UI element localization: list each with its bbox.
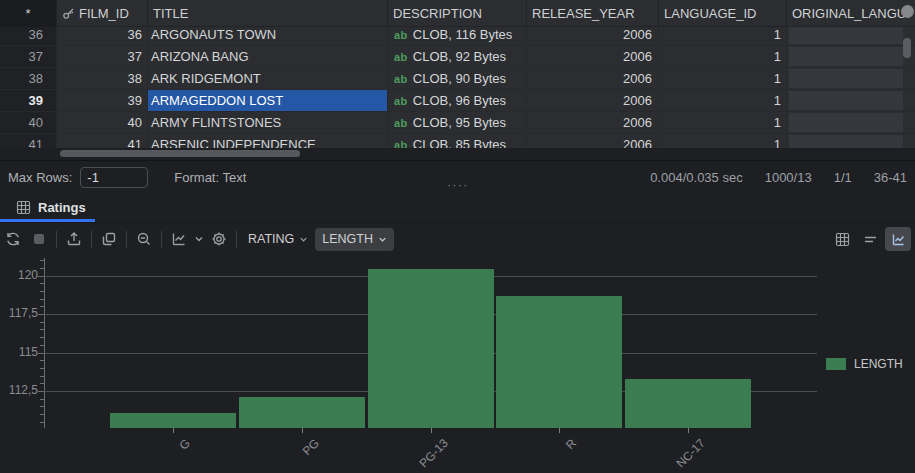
cell-film-id[interactable]: 37 (57, 46, 148, 68)
cell-language-id[interactable]: 1 (659, 27, 787, 46)
unloaded-value-placeholder (789, 27, 903, 44)
column-header-film-id[interactable]: FILM_ID (57, 0, 148, 27)
y-axis-minor-tick (40, 376, 44, 377)
export-button[interactable] (61, 227, 87, 251)
unloaded-value-placeholder (789, 135, 903, 148)
grid-body: 3636ARGONAUTS TOWNabCLOB, 116 Bytes20061… (0, 27, 915, 148)
cell-original-language[interactable] (787, 46, 915, 68)
cell-language-id[interactable]: 1 (659, 46, 787, 68)
x-axis-dropdown-label: RATING (248, 232, 294, 246)
cell-description[interactable]: abCLOB, 96 Bytes (388, 90, 527, 112)
cell-title[interactable]: ARIZONA BANG (148, 46, 388, 68)
bar-g[interactable] (110, 413, 236, 428)
cell-language-id[interactable]: 1 (659, 112, 787, 134)
cell-film-id[interactable]: 38 (57, 68, 148, 90)
y-axis-minor-tick (40, 329, 44, 330)
table-row[interactable]: 4040ARMY FLINTSTONESabCLOB, 95 Bytes2006… (0, 112, 915, 134)
chart-settings-button[interactable] (206, 227, 232, 251)
cell-description[interactable]: abCLOB, 90 Bytes (388, 68, 527, 90)
y-axis-line (44, 258, 45, 428)
cell-title[interactable]: ARMAGEDDON LOST (148, 90, 388, 112)
cell-original-language[interactable] (787, 68, 915, 90)
splitter-handle[interactable]: ···· (447, 177, 468, 192)
cell-original-language[interactable] (787, 27, 915, 46)
cell-language-id[interactable]: 1 (659, 90, 787, 112)
grid-options-button[interactable] (901, 5, 914, 18)
cell-original-language[interactable] (787, 90, 915, 112)
table-row[interactable]: 3838ARK RIDGEMONTabCLOB, 90 Bytes20061 (0, 68, 915, 90)
cell-release-year[interactable]: 2006 (527, 27, 659, 46)
row-number: 36 (0, 27, 57, 46)
cell-release-year[interactable]: 2006 (527, 68, 659, 90)
cell-film-id[interactable]: 36 (57, 27, 148, 46)
max-rows-input[interactable] (80, 167, 148, 188)
cell-title[interactable]: ARSENIC INDEPENDENCE (148, 134, 388, 148)
stop-button[interactable] (26, 227, 52, 251)
bar-nc-17[interactable] (625, 379, 751, 428)
bar-pg-13[interactable] (368, 269, 494, 428)
unloaded-value-placeholder (789, 91, 903, 110)
y-axis-minor-tick (40, 399, 44, 400)
cell-language-id[interactable]: 1 (659, 68, 787, 90)
table-row[interactable]: 3636ARGONAUTS TOWNabCLOB, 116 Bytes20061 (0, 27, 915, 46)
legend-label: LENGTH (854, 357, 903, 371)
column-header-title[interactable]: TITLE (148, 0, 388, 27)
cell-language-id[interactable]: 1 (659, 134, 787, 148)
copy-button[interactable] (96, 227, 122, 251)
toolbar-separator (236, 231, 237, 248)
column-header-release-year[interactable]: RELEASE_YEAR (527, 0, 659, 27)
tab-ratings[interactable]: Ratings (0, 193, 102, 222)
bar-pg[interactable] (239, 397, 365, 428)
y-axis-dropdown[interactable]: LENGTH (315, 228, 394, 251)
cell-release-year[interactable]: 2006 (527, 46, 659, 68)
chevron-down-icon (378, 235, 387, 244)
column-header-original-language[interactable]: ORIGINAL_LANGU (787, 0, 915, 27)
tab-ratings-label: Ratings (38, 200, 86, 215)
x-axis-dropdown[interactable]: RATING (241, 228, 315, 251)
y-axis-tick-label: 117,5 (0, 306, 38, 320)
chart-legend[interactable]: LENGTH (826, 357, 903, 371)
max-rows-label: Max Rows: (8, 170, 72, 185)
cell-film-id[interactable]: 40 (57, 112, 148, 134)
table-row[interactable]: 3939ARMAGEDDON LOSTabCLOB, 96 Bytes20061 (0, 90, 915, 112)
bar-r[interactable] (496, 296, 622, 428)
table-icon (16, 200, 31, 215)
cell-release-year[interactable]: 2006 (527, 112, 659, 134)
table-view-button[interactable] (829, 227, 855, 251)
cell-description[interactable]: abCLOB, 116 Bytes (388, 27, 527, 46)
visible-range: 36-41 (874, 170, 907, 185)
refresh-button[interactable] (0, 227, 26, 251)
cell-original-language[interactable] (787, 112, 915, 134)
cell-description[interactable]: abCLOB, 85 Bytes (388, 134, 527, 148)
y-axis-major-tick (38, 276, 44, 277)
chart-view-button[interactable] (885, 227, 911, 251)
status-bar-right: 0.004/0.035 sec 1000/13 1/1 36-41 (650, 170, 915, 185)
column-header-language-id[interactable]: LANGUAGE_ID (659, 0, 787, 27)
cell-original-language[interactable] (787, 134, 915, 148)
table-row[interactable]: 4141ARSENIC INDEPENDENCEabCLOB, 85 Bytes… (0, 134, 915, 148)
cell-release-year[interactable]: 2006 (527, 134, 659, 148)
column-header-row-marker[interactable]: * (0, 0, 57, 27)
cell-title[interactable]: ARGONAUTS TOWN (148, 27, 388, 46)
x-axis-tick (559, 428, 560, 433)
cell-film-id[interactable]: 39 (57, 90, 148, 112)
row-number: 40 (0, 112, 57, 134)
cell-release-year[interactable]: 2006 (527, 90, 659, 112)
y-axis-minor-tick (40, 414, 44, 415)
zoom-out-button[interactable] (131, 227, 157, 251)
y-axis-minor-tick (40, 299, 44, 300)
column-header-description[interactable]: DESCRIPTION (388, 0, 527, 27)
vertical-scrollbar-thumb[interactable] (903, 38, 911, 58)
table-row[interactable]: 3737ARIZONA BANGabCLOB, 92 Bytes20061 (0, 46, 915, 68)
chart-type-chevron-icon[interactable] (192, 227, 206, 251)
text-view-button[interactable] (857, 227, 883, 251)
cell-description[interactable]: abCLOB, 95 Bytes (388, 112, 527, 134)
cell-description[interactable]: abCLOB, 92 Bytes (388, 46, 527, 68)
cell-title[interactable]: ARK RIDGEMONT (148, 68, 388, 90)
chart-type-button[interactable] (166, 227, 192, 251)
cell-title[interactable]: ARMY FLINTSTONES (148, 112, 388, 134)
horizontal-scrollbar-thumb[interactable] (60, 150, 300, 157)
cell-film-id[interactable]: 41 (57, 134, 148, 148)
horizontal-scrollbar[interactable] (0, 148, 915, 160)
x-axis-label: R (506, 436, 580, 473)
